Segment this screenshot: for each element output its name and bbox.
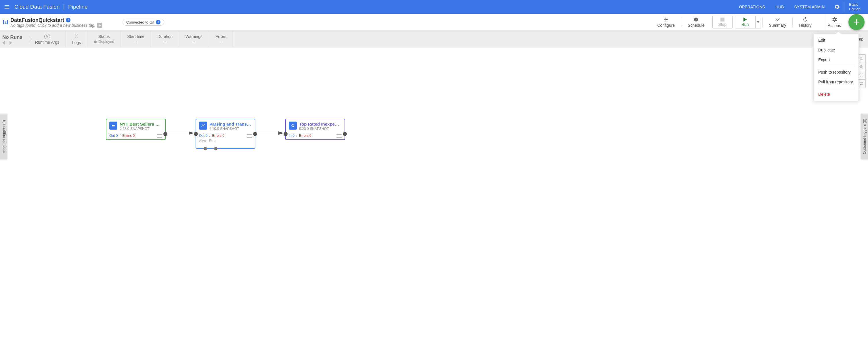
caret-down-icon	[757, 21, 760, 23]
nav-system-admin[interactable]: SYSTEM ADMIN	[789, 0, 830, 14]
configure-button[interactable]: Configure	[651, 14, 681, 30]
configure-label: Configure	[657, 23, 675, 28]
status-errors: Errors --	[209, 31, 233, 47]
hamburger-menu[interactable]	[3, 3, 11, 11]
dropdown-separator	[818, 88, 855, 88]
edition-badge[interactable]: Basic Edition	[844, 2, 865, 12]
node1-version: 0.23.0-SNAPSHOT	[120, 127, 162, 131]
top-nav: OPERATIONS HUB SYSTEM ADMIN Basic Editio…	[734, 0, 865, 14]
no-runs-block: No Runs	[0, 31, 29, 47]
node-sink[interactable]: Top Rated Inexpensi… 0.23.0-SNAPSHOT In …	[285, 119, 345, 140]
action-duplicate[interactable]: Duplicate	[814, 45, 859, 55]
inbound-triggers-label: Inbound triggers (0)	[2, 120, 6, 153]
action-edit[interactable]: Edit	[814, 35, 859, 45]
schedule-button[interactable]: Schedule	[681, 14, 711, 30]
node1-errors: Errors 0	[122, 134, 134, 138]
node2-out: Out 0	[199, 134, 207, 138]
transform-node-icon	[199, 122, 207, 130]
next-run-button[interactable]	[9, 41, 12, 45]
node1-out: Out 0	[109, 134, 118, 138]
info-icon[interactable]: i	[66, 18, 70, 23]
outbound-triggers-label: Outbound triggers (0)	[862, 119, 867, 154]
inbound-triggers-tab[interactable]: Inbound triggers (0)	[0, 113, 7, 160]
action-push[interactable]: Push to repository	[814, 67, 859, 77]
svg-rect-12	[112, 125, 115, 126]
no-runs-label: No Runs	[0, 33, 25, 40]
svg-text:Ξ: Ξ	[4, 21, 7, 25]
svg-rect-1	[7, 20, 8, 25]
prev-run-button[interactable]	[2, 41, 5, 45]
node2-title: Parsing and Transfo…	[209, 122, 252, 127]
add-tag-button[interactable]: +	[97, 23, 102, 28]
node2-error-port[interactable]	[214, 147, 217, 150]
edition-line2: Edition	[849, 7, 861, 11]
svg-point-3	[665, 18, 666, 19]
node2-alert-port[interactable]	[204, 147, 207, 150]
nav-hub[interactable]: HUB	[770, 0, 789, 14]
brand-section: Pipeline	[68, 4, 88, 10]
node2-out-port[interactable]	[253, 132, 257, 136]
node1-out-port[interactable]	[163, 132, 167, 136]
canvas[interactable]: Inbound triggers (0) Outbound triggers (…	[0, 47, 868, 175]
node1-title: NYT Best Sellers Ra…	[120, 122, 162, 127]
hamburger-icon	[4, 4, 10, 10]
status-start-time: Start time --	[121, 31, 151, 47]
tags-row[interactable]: No tags found. Click to add a new busine…	[10, 23, 102, 28]
stop-button[interactable]: Stop	[712, 16, 733, 29]
start-time-label: Start time	[127, 34, 144, 39]
runtime-args-label: Runtime Args	[35, 40, 59, 44]
node2-in-port[interactable]	[194, 132, 198, 136]
brand: Cloud Data Fusion | Pipeline	[14, 3, 88, 11]
top-header: Cloud Data Fusion | Pipeline OPERATIONS …	[0, 0, 868, 14]
pipeline-name[interactable]: DataFusionQuickstart	[10, 17, 64, 23]
source-node-icon	[109, 122, 117, 130]
node2-version: 4.10.0-SNAPSHOT	[209, 127, 252, 131]
node3-menu-button[interactable]	[337, 134, 342, 138]
summary-button[interactable]: Summary	[763, 14, 793, 30]
node-transform[interactable]: Parsing and Transfo… 4.10.0-SNAPSHOT Out…	[195, 119, 255, 148]
sliders-icon	[663, 17, 669, 23]
status-warnings: Warnings --	[179, 31, 209, 47]
runtime-args-button[interactable]: M Runtime Args	[29, 31, 66, 47]
pipeline-bar: Ξ DataFusionQuickstart i No tags found. …	[0, 14, 868, 31]
tags-placeholder: No tags found. Click to add a new busine…	[10, 23, 95, 28]
git-info-icon[interactable]: i	[156, 20, 160, 25]
node2-alert-label: Alert	[199, 139, 206, 143]
run-dropdown-button[interactable]	[755, 16, 761, 28]
git-status-pill[interactable]: Connected to Git i	[123, 19, 164, 26]
errors-value: --	[219, 39, 222, 44]
svg-rect-9	[860, 82, 863, 84]
node1-menu-button[interactable]	[157, 134, 162, 138]
logs-button[interactable]: Logs	[66, 31, 87, 47]
svg-point-4	[666, 19, 667, 20]
git-status-text: Connected to Git	[126, 20, 154, 25]
sink-node-icon	[289, 122, 297, 130]
nav-operations[interactable]: OPERATIONS	[734, 0, 770, 14]
action-pull[interactable]: Pull from repository	[814, 77, 859, 87]
settings-icon[interactable]	[834, 4, 840, 10]
run-label: Run	[741, 22, 749, 27]
action-export[interactable]: Export	[814, 55, 859, 65]
history-icon	[802, 17, 808, 23]
actions-dropdown: Edit Duplicate Export Push to repository…	[813, 33, 859, 101]
zoom-in-icon	[859, 56, 864, 61]
brand-separator: |	[63, 3, 65, 11]
toolbar: Configure Schedule Stop Run Summary	[651, 14, 868, 30]
actions-button[interactable]: Actions	[824, 14, 845, 30]
node2-errors: Errors 0	[212, 134, 224, 138]
status-status: Status Deployed	[87, 31, 121, 47]
run-button[interactable]: Run	[735, 16, 755, 28]
node-source[interactable]: NYT Best Sellers Ra… 0.23.0-SNAPSHOT Out…	[106, 119, 166, 140]
node2-menu-button[interactable]	[247, 134, 252, 138]
pipeline-logo-icon: Ξ	[2, 19, 9, 25]
node3-out-port[interactable]	[343, 132, 347, 136]
node3-title: Top Rated Inexpensi…	[299, 122, 342, 127]
stop-icon	[720, 18, 724, 22]
outbound-triggers-tab[interactable]: Outbound triggers (0)	[861, 113, 868, 160]
add-fab-button[interactable]	[848, 14, 865, 30]
status-dot-icon	[94, 40, 97, 43]
action-delete[interactable]: Delete	[814, 90, 859, 99]
history-button[interactable]: History	[793, 14, 818, 30]
node3-in-port[interactable]	[284, 132, 288, 136]
warnings-value: --	[193, 39, 195, 44]
